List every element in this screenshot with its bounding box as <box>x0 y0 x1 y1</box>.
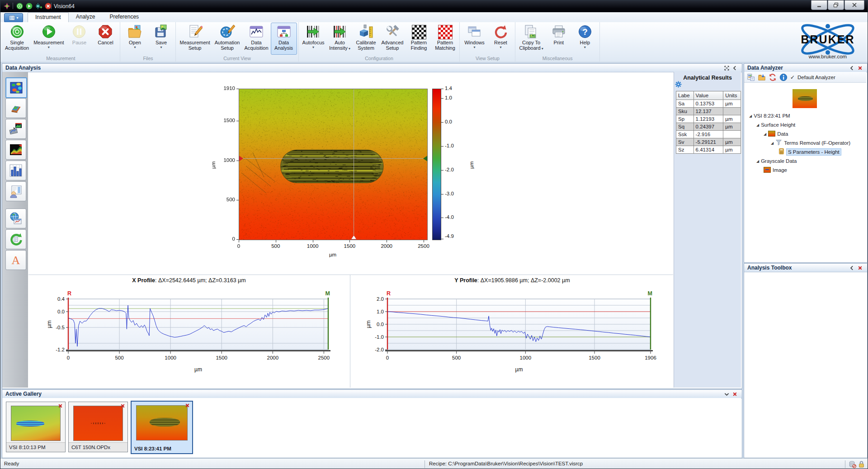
status-separator <box>425 460 425 468</box>
tab-preferences[interactable]: Preferences <box>102 12 146 22</box>
analytical-results-table[interactable]: LabeValueUnitsSa0.13753µmSku12.137Sp1.12… <box>676 91 741 154</box>
tree-node-vsi-8-23-41-pm[interactable]: ◢VSI 8:23:41 PM <box>749 112 790 120</box>
ribbon-group-label: Files <box>122 55 174 62</box>
map-x-tick <box>239 240 239 242</box>
tool-button-web-export[interactable] <box>5 208 26 228</box>
tree-node-surface-height[interactable]: ◢Surface Height <box>756 121 795 129</box>
tree-node-grayscale-data[interactable]: ◢Grayscale Data <box>756 157 797 166</box>
ribbon-button-data-analysis[interactable]: DataAnalysis <box>271 23 297 55</box>
tool-button-annotation[interactable]: A <box>5 250 26 270</box>
ribbon-button-copy-to-clipboard[interactable]: Copy ToClipboard ▾ <box>517 23 545 55</box>
close-icon[interactable] <box>57 403 64 409</box>
tool-button-surface-3d[interactable] <box>5 140 26 160</box>
tree-node-terms-removal-f-operator[interactable]: ◢Terms Removal (F-Operator) <box>771 139 850 147</box>
chevron-left-icon[interactable] <box>732 65 738 71</box>
ribbon-button-calibrate-system[interactable]: CalibrateSystem <box>353 23 379 55</box>
gear-icon[interactable] <box>674 81 741 88</box>
play-mini-icon[interactable] <box>25 2 33 10</box>
ribbon-button-label: Open <box>129 40 141 45</box>
tree-node-data[interactable]: ◢Data <box>764 130 788 138</box>
expand-icon[interactable] <box>724 65 730 71</box>
ribbon-button-pause[interactable]: Pause <box>66 23 92 55</box>
ribbon-button-single-acquisition[interactable]: SingleAcquisition <box>3 23 31 55</box>
tree-expander-icon[interactable]: ◢ <box>771 139 774 147</box>
table-row[interactable]: Sp1.12193µm <box>676 115 741 123</box>
tree-expander-icon[interactable]: ◢ <box>749 112 752 120</box>
svg-text:0: 0 <box>386 355 389 360</box>
result-value: 0.24397 <box>693 123 723 131</box>
map-y-tick <box>236 89 239 89</box>
analyzer-refresh-icon[interactable] <box>769 73 777 81</box>
x-profile-plot[interactable]: 050010001500200025000.40.0-0.5-1.2RMµmµm <box>28 287 349 386</box>
tree-node-s-parameters-height[interactable]: S Parameters - Height <box>778 148 841 156</box>
gallery-item-c6t-150n-opdx[interactable]: C6T 150N.OPDx <box>68 402 128 452</box>
window-title: Vision64 <box>54 3 75 9</box>
ribbon-button-measurement-setup[interactable]: MeasurementSetup <box>177 23 212 55</box>
ribbon-button-help[interactable]: ?Help▾ <box>572 23 598 55</box>
ribbon-button-advanced-setup[interactable]: AdvancedSetup <box>379 23 406 55</box>
table-row[interactable]: Sq0.24397µm <box>676 123 741 131</box>
measurement-play-icon <box>41 24 57 39</box>
minimize-button[interactable] <box>811 0 827 10</box>
tree-expander-icon[interactable]: ◢ <box>756 121 759 129</box>
tree-node-label: Surface Height <box>761 122 795 128</box>
table-row[interactable]: Sz6.41314µm <box>676 146 741 154</box>
close-icon[interactable] <box>184 403 191 409</box>
close-red-icon[interactable] <box>857 265 863 271</box>
gallery-item-vsi-8-23-41-pm[interactable]: VSI 8:23:41 PM <box>131 401 193 454</box>
tool-button-reprocess[interactable] <box>5 229 26 249</box>
default-analyzer-check[interactable]: ✓ <box>790 74 795 81</box>
tab-instrument[interactable]: Instrument <box>28 12 69 22</box>
restore-button[interactable] <box>828 0 844 10</box>
table-row[interactable]: Sku12.137 <box>676 108 741 115</box>
gears-mini-icon[interactable] <box>35 2 42 10</box>
close-red-icon[interactable] <box>857 65 863 71</box>
tree-expander-icon[interactable]: ◢ <box>756 157 759 166</box>
close-red-icon[interactable] <box>732 391 738 398</box>
tab-analyze[interactable]: Analyze <box>69 12 103 22</box>
ribbon-button-pattern-matching[interactable]: PatternMatching <box>432 23 458 55</box>
x-profile-chart: X Profile: ΔX=2542.6445 µm; ΔZ=0.3163 µm… <box>28 277 349 386</box>
target-mini-icon[interactable] <box>16 2 24 10</box>
analyzer-import-icon[interactable] <box>747 73 755 81</box>
tool-button-histogram[interactable] <box>5 161 26 180</box>
ribbon-button-cancel[interactable]: Cancel <box>92 23 118 55</box>
ribbon-button-auto-intensity[interactable]: AutoIntensity ▾ <box>327 23 353 55</box>
y-profile-plot[interactable]: 05001000150019062.01.00.0-1.0-2.0RMµmµm <box>351 287 673 386</box>
table-row[interactable]: Sv-5.29121µm <box>676 138 741 146</box>
close-icon[interactable] <box>120 403 126 409</box>
data-analyzer-thumbnail[interactable] <box>793 89 817 108</box>
ribbon-button-automation-setup[interactable]: AutomationSetup <box>212 23 242 55</box>
app-icon[interactable] <box>3 2 11 10</box>
colorbar <box>432 89 441 240</box>
table-row[interactable]: Ssk-2.916 <box>676 131 741 138</box>
close-button[interactable] <box>844 0 864 10</box>
ribbon-button-reset[interactable]: Reset▾ <box>487 23 514 55</box>
ribbon-group-label: Measurement <box>3 55 118 62</box>
tree-node-image[interactable]: Image <box>764 166 787 175</box>
svg-text:0: 0 <box>67 355 70 360</box>
info-icon[interactable] <box>779 73 788 81</box>
file-menu-button[interactable]: ▾ <box>4 13 23 23</box>
ribbon-button-pattern-finding[interactable]: PatternFinding <box>406 23 432 55</box>
chevron-left-icon[interactable] <box>849 265 855 271</box>
surface-map-canvas[interactable] <box>239 89 428 240</box>
ribbon-button-measurement[interactable]: Measurement▾ <box>31 23 66 55</box>
ribbon-button-save[interactable]: Save▾ <box>148 23 174 55</box>
ribbon-button-print[interactable]: Print <box>546 23 572 55</box>
result-value: 0.13753 <box>693 100 723 108</box>
tool-button-masked-data[interactable] <box>5 119 26 139</box>
gallery-item-vsi-8-10-13-pm[interactable]: VSI 8:10:13 PM <box>6 402 66 452</box>
tree-expander-icon[interactable]: ◢ <box>764 130 766 138</box>
chevron-left-icon[interactable] <box>849 65 855 71</box>
analyzer-export-icon[interactable] <box>758 73 766 81</box>
ribbon-button-data-acquisition[interactable]: DataAcquisition <box>242 23 270 55</box>
tool-button-view-3d[interactable] <box>5 98 26 118</box>
chevron-down-icon[interactable] <box>724 391 730 398</box>
tool-button-report[interactable] <box>5 181 26 201</box>
ribbon-button-autofocus[interactable]: Autofocus▾ <box>300 23 327 55</box>
ribbon-button-open[interactable]: Open▾ <box>122 23 148 55</box>
ribbon-button-windows[interactable]: Windows▾ <box>461 23 487 55</box>
table-row[interactable]: Sa0.13753µm <box>676 100 741 108</box>
tool-button-colormap-2d[interactable] <box>5 77 27 98</box>
